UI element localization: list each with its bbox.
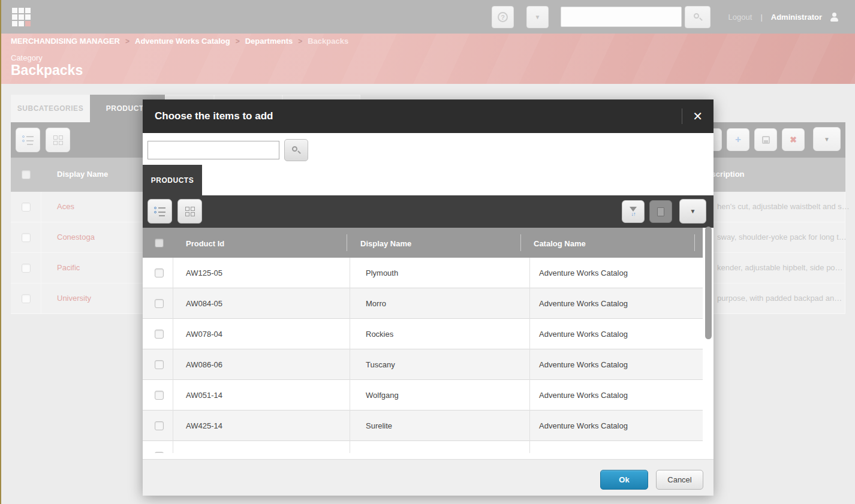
dialog-search-row xyxy=(143,133,713,165)
list-view-button[interactable] xyxy=(147,199,172,224)
dialog-title: Choose the items to add xyxy=(155,110,273,122)
left-edge-line xyxy=(0,0,1,504)
product-id-cell: AW475-14 xyxy=(186,452,222,453)
row-checkbox[interactable] xyxy=(155,299,164,308)
product-id-cell: AW425-14 xyxy=(186,421,222,430)
product-id-cell: AW051-14 xyxy=(186,391,222,400)
catalog-name-cell: Adventure Works Catalog xyxy=(539,421,628,430)
dialog-search-input[interactable] xyxy=(147,141,279,159)
catalog-name-cell: Adventure Works Catalog xyxy=(539,391,628,400)
filter-button[interactable]: ↓↑ xyxy=(622,200,645,223)
dialog-titlebar: Choose the items to add ✕ xyxy=(143,99,713,133)
table-row[interactable]: AW086-06TuscanyAdventure Works Catalog xyxy=(143,349,703,380)
table-row[interactable]: AW425-14SureliteAdventure Works Catalog xyxy=(143,411,703,441)
row-checkbox[interactable] xyxy=(155,421,164,430)
choose-items-dialog: Choose the items to add ✕ PRODUCTS ↓↑ xyxy=(143,99,713,496)
dialog-search-button[interactable] xyxy=(284,139,308,161)
catalog-name-cell: Adventure Works Catalog xyxy=(539,299,628,308)
display-name-cell: Wolfgang xyxy=(366,391,399,400)
table-row[interactable]: AW125-05PlymouthAdventure Works Catalog xyxy=(143,258,703,288)
product-id-cell: AW078-04 xyxy=(186,330,222,339)
dialog-tab-products[interactable]: PRODUCTS xyxy=(143,165,202,195)
dialog-table-body: AW125-05PlymouthAdventure Works CatalogA… xyxy=(143,258,713,453)
search-icon xyxy=(291,146,301,155)
cancel-button[interactable]: Cancel xyxy=(656,470,703,490)
column-header-catalog-name[interactable]: Catalog Name xyxy=(534,239,586,248)
close-icon[interactable]: ✕ xyxy=(693,109,703,123)
filter-icon: ↓↑ xyxy=(630,207,637,217)
display-name-cell: Rockies xyxy=(366,330,393,339)
grid-view-button[interactable] xyxy=(177,199,202,224)
display-name-cell: Morro xyxy=(366,299,386,308)
product-id-cell: AW086-06 xyxy=(186,360,222,369)
column-header-product-id[interactable]: Product Id xyxy=(186,239,224,248)
scrollbar-thumb[interactable] xyxy=(705,227,712,339)
more-actions-dropdown[interactable]: ▼ xyxy=(679,199,706,224)
table-row[interactable]: AW051-14WolfgangAdventure Works Catalog xyxy=(143,380,703,411)
table-row[interactable]: AW475-14CountrysideAdventure Works Catal… xyxy=(143,441,703,453)
row-checkbox[interactable] xyxy=(155,360,164,369)
product-id-cell: AW125-05 xyxy=(186,268,222,277)
row-checkbox[interactable] xyxy=(155,452,164,453)
display-name-cell: Countryside xyxy=(366,452,407,453)
table-row[interactable]: AW084-05MorroAdventure Works Catalog xyxy=(143,288,703,319)
row-checkbox[interactable] xyxy=(155,391,164,400)
column-header-display-name[interactable]: Display Name xyxy=(360,239,411,248)
ok-button[interactable]: Ok xyxy=(600,470,648,490)
document-icon xyxy=(657,207,664,216)
display-name-cell: Surelite xyxy=(366,421,392,430)
dialog-toolbar: ↓↑ ▼ xyxy=(143,195,713,228)
grid-view-icon xyxy=(185,207,195,216)
chevron-down-icon: ▼ xyxy=(690,208,696,215)
display-name-cell: Plymouth xyxy=(366,268,398,277)
dialog-table-header: Product Id Display Name Catalog Name xyxy=(143,228,703,258)
row-checkbox[interactable] xyxy=(155,330,164,339)
list-view-icon xyxy=(154,207,165,216)
dialog-tab-row: PRODUCTS xyxy=(143,165,713,195)
row-checkbox[interactable] xyxy=(155,268,164,277)
catalog-name-cell: Adventure Works Catalog xyxy=(539,360,628,369)
catalog-name-cell: Adventure Works Catalog xyxy=(539,330,628,339)
display-name-cell: Tuscany xyxy=(366,360,395,369)
select-all-checkbox[interactable] xyxy=(155,239,164,248)
dialog-footer: Ok Cancel xyxy=(143,459,713,496)
product-id-cell: AW084-05 xyxy=(186,299,222,308)
catalog-name-cell: Adventure Works Catalog xyxy=(539,268,628,277)
catalog-name-cell: Adventure Works Catalog xyxy=(539,452,628,453)
table-row[interactable]: AW078-04RockiesAdventure Works Catalog xyxy=(143,319,703,349)
divider xyxy=(682,108,682,124)
new-page-button-disabled xyxy=(649,200,672,223)
